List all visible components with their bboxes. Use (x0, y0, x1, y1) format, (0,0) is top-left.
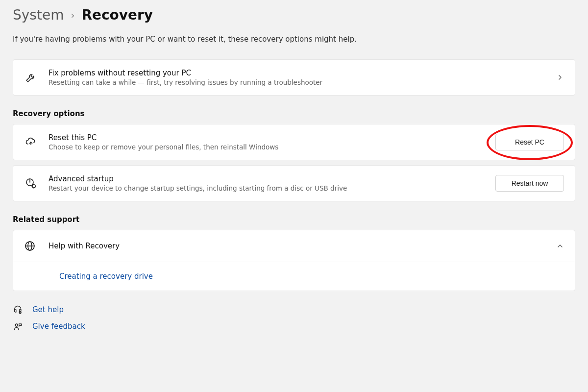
card-fix-problems[interactable]: Fix problems without resetting your PC R… (13, 59, 575, 96)
card-title: Advanced startup (49, 174, 485, 183)
svg-point-12 (15, 324, 18, 326)
panel-help-with-recovery: Help with Recovery Creating a recovery d… (13, 230, 575, 291)
section-related-support: Related support (13, 215, 575, 224)
breadcrumb-parent[interactable]: System (13, 7, 64, 23)
card-reset-this-pc: Reset this PC Choose to keep or remove y… (13, 124, 575, 160)
card-title: Reset this PC (49, 133, 485, 142)
globe-icon (24, 240, 38, 252)
reset-pc-button[interactable]: Reset PC (495, 134, 564, 150)
chevron-right-icon: › (71, 9, 74, 21)
card-subtitle: Choose to keep or remove your personal f… (49, 143, 485, 151)
card-subtitle: Resetting can take a while — first, try … (49, 78, 545, 86)
restart-now-button[interactable]: Restart now (495, 175, 564, 192)
power-gear-icon (24, 177, 38, 189)
panel-header[interactable]: Help with Recovery (13, 230, 575, 262)
card-subtitle: Restart your device to change startup se… (49, 184, 485, 192)
intro-text: If you're having problems with your PC o… (13, 35, 575, 44)
breadcrumb: System › Recovery (13, 7, 575, 23)
cloud-reset-icon (24, 136, 38, 148)
chevron-up-icon (556, 242, 564, 250)
footer-link-label: Give feedback (32, 322, 85, 331)
page-title: Recovery (81, 7, 153, 23)
footer-get-help[interactable]: ? Get help (13, 305, 575, 315)
panel-title: Help with Recovery (49, 242, 545, 250)
chevron-right-icon (556, 74, 564, 81)
card-advanced-startup: Advanced startup Restart your device to … (13, 165, 575, 201)
section-recovery-options: Recovery options (13, 109, 575, 118)
feedback-icon (13, 321, 24, 331)
wrench-icon (24, 72, 38, 83)
help-icon: ? (13, 305, 24, 315)
card-title: Fix problems without resetting your PC (49, 69, 545, 77)
footer-give-feedback[interactable]: Give feedback (13, 321, 575, 331)
footer-link-label: Get help (32, 305, 64, 314)
link-creating-recovery-drive[interactable]: Creating a recovery drive (59, 272, 153, 281)
